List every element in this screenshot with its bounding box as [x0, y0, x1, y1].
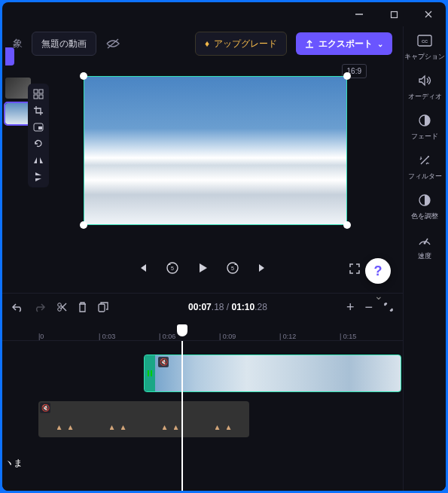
prop-filter[interactable]: フィルター: [408, 152, 442, 181]
svg-text:5: 5: [171, 266, 174, 271]
app-window: 象 無題の動画 ♦ アップグレード エクスポート ⌄: [2, 2, 446, 491]
svg-rect-8: [39, 95, 43, 99]
svg-rect-19: [151, 370, 152, 376]
undo-button[interactable]: [11, 302, 23, 312]
svg-point-23: [428, 156, 429, 157]
arrange-icon[interactable]: [32, 88, 44, 100]
prop-audio[interactable]: オーディオ: [408, 72, 442, 102]
export-button[interactable]: エクスポート ⌄: [296, 32, 392, 55]
svg-rect-17: [99, 304, 105, 312]
rewind-5s-button[interactable]: 5: [166, 261, 179, 275]
minimize-button[interactable]: [342, 2, 376, 26]
resize-handle[interactable]: [80, 221, 87, 229]
svg-point-16: [58, 308, 62, 312]
ruler-mark: | 0:09: [219, 333, 236, 340]
svg-text:5: 5: [231, 266, 234, 271]
upload-icon: [305, 39, 314, 48]
preview-area: 16:9 5 5: [2, 61, 403, 279]
prev-frame-button[interactable]: [136, 261, 149, 275]
duration-time: 01:10: [232, 302, 255, 312]
timeline: 00:07.18 / 01:10.28 + − |0| 0:03| 0:06| …: [2, 293, 403, 491]
svg-point-28: [424, 242, 426, 245]
prop-captions[interactable]: cc キャプション: [404, 32, 445, 62]
add-button[interactable]: +: [346, 300, 355, 315]
timeline-toolbar: 00:07.18 / 01:10.28 + −: [2, 294, 403, 321]
app-body: 象 無題の動画 ♦ アップグレード エクスポート ⌄: [2, 26, 446, 491]
duplicate-button[interactable]: [98, 302, 109, 312]
export-label: エクスポート: [318, 38, 373, 50]
timeline-ruler[interactable]: |0| 0:03| 0:06| 0:09| 0:12| 0:15: [2, 321, 403, 341]
maximize-button[interactable]: [376, 2, 411, 26]
svg-rect-18: [148, 370, 149, 376]
timeline-tracks[interactable]: Clouds.mp4 🔇 🔇: [2, 341, 403, 491]
glyph-left: 象: [13, 37, 23, 50]
clip-handle-left[interactable]: [145, 355, 155, 391]
prop-speed[interactable]: 速度: [416, 232, 433, 261]
play-button[interactable]: [196, 261, 209, 275]
bottom-left-text: ヽま: [5, 457, 23, 470]
redo-button[interactable]: [34, 302, 46, 312]
svg-rect-6: [39, 90, 43, 93]
top-toolbar: 象 無題の動画 ♦ アップグレード エクスポート ⌄: [2, 26, 403, 61]
rotate-icon[interactable]: [32, 138, 44, 150]
ruler-mark: | 0:03: [99, 333, 115, 340]
flip-horizontal-icon[interactable]: [32, 154, 44, 166]
upgrade-label: アップグレード: [214, 38, 277, 50]
svg-point-15: [58, 303, 62, 307]
filter-icon: [416, 152, 433, 169]
duration-frac: .28: [254, 302, 267, 312]
mute-icon[interactable]: 🔇: [40, 403, 50, 413]
diamond-icon: ♦: [205, 38, 209, 49]
fade-icon: [416, 112, 433, 129]
visibility-off-icon[interactable]: [105, 38, 120, 50]
prop-fade[interactable]: フェード: [411, 112, 438, 142]
upgrade-button[interactable]: ♦ アップグレード: [195, 32, 287, 56]
playhead[interactable]: [181, 341, 183, 491]
chevron-down-icon: ⌄: [377, 40, 383, 48]
fullscreen-button[interactable]: [349, 263, 361, 275]
content-column: 象 無題の動画 ♦ アップグレード エクスポート ⌄: [2, 26, 403, 491]
resize-handle[interactable]: [343, 221, 351, 229]
audio-icon: [416, 72, 433, 89]
color-adjust-icon: [416, 192, 433, 208]
flip-vertical-icon[interactable]: [32, 171, 44, 183]
project-title-button[interactable]: 無題の動画: [32, 32, 96, 56]
svg-text:cc: cc: [422, 38, 428, 44]
help-button[interactable]: ?: [365, 258, 391, 284]
preview-canvas[interactable]: [84, 76, 347, 225]
svg-rect-1: [391, 11, 397, 17]
ruler-mark: | 0:15: [340, 333, 356, 340]
clip-cats[interactable]: 🔇: [38, 401, 249, 437]
forward-5s-button[interactable]: 5: [226, 261, 239, 275]
svg-rect-5: [34, 90, 38, 93]
svg-point-24: [420, 157, 422, 158]
pip-icon[interactable]: [32, 121, 44, 133]
transform-tool-rail: [28, 84, 49, 187]
close-button[interactable]: [411, 2, 446, 26]
playback-controls: 5 5: [2, 261, 403, 275]
ruler-mark: |0: [38, 333, 44, 340]
svg-point-25: [428, 163, 429, 164]
split-button[interactable]: [56, 302, 67, 312]
next-frame-button[interactable]: [256, 261, 270, 275]
prop-color[interactable]: 色を調整: [411, 192, 438, 221]
ruler-mark: | 0:12: [279, 333, 296, 340]
properties-panel: cc キャプション オーディオ フェード フィルター 色を調整 速度: [403, 26, 446, 491]
zoom-fit-button[interactable]: [383, 302, 394, 312]
ruler-mark: | 0:06: [159, 333, 175, 340]
collapse-chevron-icon[interactable]: ⌄: [374, 290, 383, 302]
zoom-out-button[interactable]: −: [365, 300, 373, 315]
current-time: 00:07: [188, 302, 212, 312]
current-frac: .18: [212, 302, 224, 312]
mute-icon[interactable]: 🔇: [158, 357, 169, 367]
captions-icon: cc: [416, 32, 433, 49]
timecode-display: 00:07.18 / 01:10.28: [188, 302, 267, 312]
delete-button[interactable]: [78, 302, 87, 312]
svg-rect-7: [34, 95, 38, 99]
crop-icon[interactable]: [32, 105, 44, 117]
window-titlebar: [2, 2, 446, 26]
speed-icon: [416, 232, 433, 248]
svg-rect-10: [38, 126, 42, 129]
project-title: 無題の動画: [41, 38, 87, 50]
